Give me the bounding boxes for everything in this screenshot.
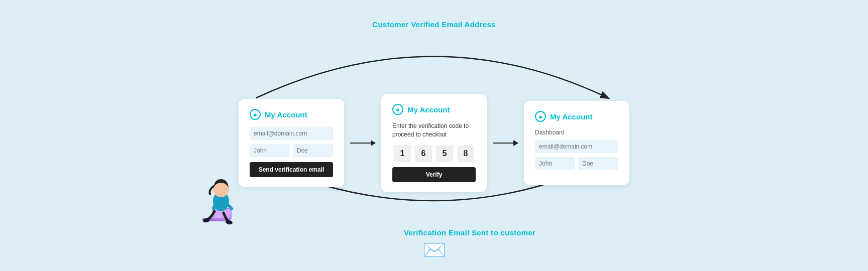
person-illustration [193, 165, 249, 242]
arrow-right-icon-2 [493, 143, 518, 144]
arrow-right-icon [350, 143, 375, 144]
card1-first-name-input[interactable] [250, 144, 290, 157]
card1-wrapper: ● My Account Send verification email [239, 99, 344, 187]
code-digit-4: 8 [457, 145, 474, 162]
envelope-icon: ✉️ [422, 239, 446, 261]
card2-account-icon: ● [392, 104, 403, 115]
cards-row: ● My Account Send verification email ● M… [239, 94, 629, 192]
card3-email-input[interactable] [535, 140, 618, 153]
card2-title: My Account [407, 105, 450, 114]
card1-header: ● My Account [250, 109, 333, 120]
card1-name-row [250, 144, 333, 157]
card3-dashboard-label: Dashboard [535, 129, 618, 136]
code-digit-1: 1 [394, 145, 411, 162]
arrow-1-2 [344, 143, 381, 144]
code-digit-2: 6 [415, 145, 432, 162]
top-curve-label: Customer Verified Email Address [372, 20, 496, 29]
card1-email-input[interactable] [250, 127, 333, 140]
card3-last-name-input[interactable] [578, 157, 618, 170]
verify-button[interactable]: Verify [392, 167, 476, 182]
arrow-2-3 [487, 143, 524, 144]
card2-header: ● My Account [392, 104, 476, 115]
code-digit-3: 5 [436, 145, 453, 162]
card2: ● My Account Enter the verification code… [381, 94, 487, 192]
card1-account-icon: ● [250, 109, 261, 120]
card1-last-name-input[interactable] [293, 144, 333, 157]
verification-code-row: 1 6 5 8 [392, 145, 476, 162]
send-verification-button[interactable]: Send verification email [250, 162, 333, 177]
card3-first-name-input[interactable] [535, 157, 575, 170]
card3-account-icon: ● [535, 111, 546, 122]
card1: ● My Account Send verification email [239, 99, 344, 187]
card3-name-row [535, 157, 618, 170]
bottom-curve-label: Verification Email Sent to customer [404, 228, 535, 237]
card2-description: Enter the verification code to proceed t… [392, 122, 476, 139]
card1-title: My Account [265, 110, 307, 119]
card3-title: My Account [550, 112, 592, 121]
card3-header: ● My Account [535, 111, 618, 122]
card3: ● My Account Dashboard [524, 101, 629, 185]
scene: Customer Verified Email Address Verifica… [0, 0, 868, 271]
